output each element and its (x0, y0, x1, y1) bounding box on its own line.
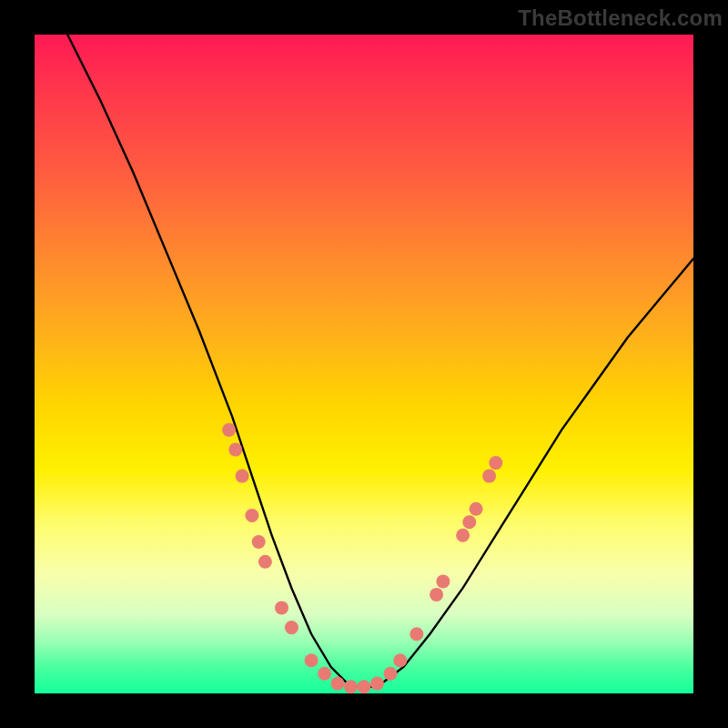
plot-background (35, 35, 693, 693)
watermark-text: TheBottleneck.com (518, 5, 723, 31)
chart-frame: TheBottleneck.com (0, 0, 728, 728)
